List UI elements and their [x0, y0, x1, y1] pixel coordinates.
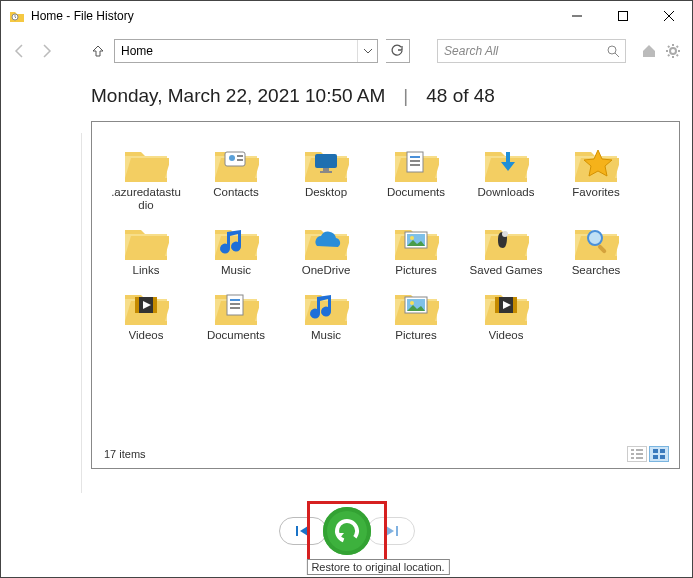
svg-rect-6 — [237, 155, 243, 157]
folder-item[interactable]: Favorites — [556, 140, 636, 214]
svg-rect-23 — [153, 297, 157, 313]
folder-item[interactable]: Pictures — [376, 218, 456, 279]
folder-item[interactable]: .azuredatastudio — [106, 140, 186, 214]
folder-icon — [123, 220, 169, 260]
playback-controls — [279, 507, 415, 555]
app-icon — [9, 8, 25, 24]
folder-item[interactable]: Downloads — [466, 140, 546, 214]
close-button[interactable] — [646, 1, 692, 31]
folder-item[interactable]: Links — [106, 218, 186, 279]
folder-item[interactable]: Videos — [466, 283, 546, 344]
folder-item[interactable]: Desktop — [286, 140, 366, 214]
folder-icon — [393, 285, 439, 325]
folder-icon — [213, 142, 259, 182]
svg-rect-27 — [230, 307, 240, 309]
folder-icon — [483, 285, 529, 325]
svg-point-17 — [410, 236, 414, 240]
folder-label: Searches — [572, 264, 621, 277]
folder-label: .azuredatastudio — [108, 186, 184, 212]
svg-rect-8 — [315, 154, 337, 168]
icons-view-button[interactable] — [649, 446, 669, 462]
next-version-button[interactable] — [367, 517, 415, 545]
folder-item[interactable]: Videos — [106, 283, 186, 344]
forward-button[interactable] — [37, 41, 55, 61]
folder-label: Music — [311, 329, 341, 342]
folder-item[interactable]: Documents — [196, 283, 276, 344]
svg-rect-22 — [135, 297, 139, 313]
maximize-button[interactable] — [600, 1, 646, 31]
minimize-button[interactable] — [554, 1, 600, 31]
svg-rect-7 — [237, 159, 243, 161]
home-icon[interactable] — [640, 42, 658, 60]
folder-label: Videos — [489, 329, 524, 342]
svg-point-5 — [229, 155, 235, 161]
address-bar[interactable] — [114, 39, 378, 63]
svg-rect-10 — [320, 171, 332, 173]
file-panel: .azuredatastudio Contacts Desktop Docume… — [91, 121, 680, 469]
snapshot-counter: 48 of 48 — [426, 85, 495, 107]
folder-icon — [123, 285, 169, 325]
svg-rect-36 — [653, 455, 658, 459]
folder-item[interactable]: Searches — [556, 218, 636, 279]
folder-icon — [213, 285, 259, 325]
folder-icon — [303, 220, 349, 260]
restore-button[interactable] — [323, 507, 371, 555]
svg-rect-33 — [513, 297, 517, 313]
svg-point-38 — [334, 518, 360, 544]
folder-icon — [303, 285, 349, 325]
folder-label: Pictures — [395, 264, 437, 277]
svg-rect-14 — [410, 164, 420, 166]
address-input[interactable] — [115, 44, 357, 58]
folder-item[interactable]: Documents — [376, 140, 456, 214]
svg-rect-1 — [619, 12, 628, 21]
svg-rect-35 — [660, 449, 665, 453]
svg-rect-25 — [230, 299, 240, 301]
folder-icon — [213, 220, 259, 260]
folder-label: Contacts — [213, 186, 258, 199]
folder-label: Downloads — [478, 186, 535, 199]
svg-point-30 — [410, 301, 414, 305]
folder-label: Saved Games — [470, 264, 543, 277]
search-icon[interactable] — [601, 44, 625, 58]
svg-rect-26 — [230, 303, 240, 305]
back-button[interactable] — [11, 41, 29, 61]
svg-rect-37 — [660, 455, 665, 459]
svg-point-19 — [588, 231, 602, 245]
svg-rect-12 — [410, 156, 420, 158]
refresh-button[interactable] — [386, 39, 410, 63]
folder-label: OneDrive — [302, 264, 351, 277]
search-bar[interactable] — [437, 39, 626, 63]
folder-icon — [483, 142, 529, 182]
folder-item[interactable]: OneDrive — [286, 218, 366, 279]
window: Home - File History — [0, 0, 693, 578]
folder-item[interactable]: Saved Games — [466, 218, 546, 279]
titlebar: Home - File History — [1, 1, 692, 31]
gear-icon[interactable] — [664, 42, 682, 60]
folder-label: Videos — [129, 329, 164, 342]
folder-icon — [573, 220, 619, 260]
folder-label: Favorites — [572, 186, 619, 199]
folder-item[interactable]: Contacts — [196, 140, 276, 214]
previous-version-button[interactable] — [279, 517, 327, 545]
svg-point-3 — [670, 48, 676, 54]
folder-icon — [123, 142, 169, 182]
separator: | — [403, 85, 408, 107]
folder-icon — [483, 220, 529, 260]
snapshot-header: Monday, March 22, 2021 10:50 AM | 48 of … — [91, 79, 680, 121]
folder-label: Documents — [387, 186, 445, 199]
address-dropdown-icon[interactable] — [357, 40, 377, 62]
folder-label: Desktop — [305, 186, 347, 199]
folder-label: Pictures — [395, 329, 437, 342]
details-view-button[interactable] — [627, 446, 647, 462]
folder-item[interactable]: Music — [196, 218, 276, 279]
folder-icon — [393, 142, 439, 182]
svg-point-2 — [608, 46, 616, 54]
folder-item[interactable]: Pictures — [376, 283, 456, 344]
up-button[interactable] — [90, 42, 106, 60]
folder-item[interactable]: Music — [286, 283, 366, 344]
item-count: 17 items — [104, 448, 146, 460]
search-input[interactable] — [438, 44, 601, 58]
toolbar — [1, 31, 692, 71]
snapshot-datetime: Monday, March 22, 2021 10:50 AM — [91, 85, 385, 107]
folder-icon — [393, 220, 439, 260]
